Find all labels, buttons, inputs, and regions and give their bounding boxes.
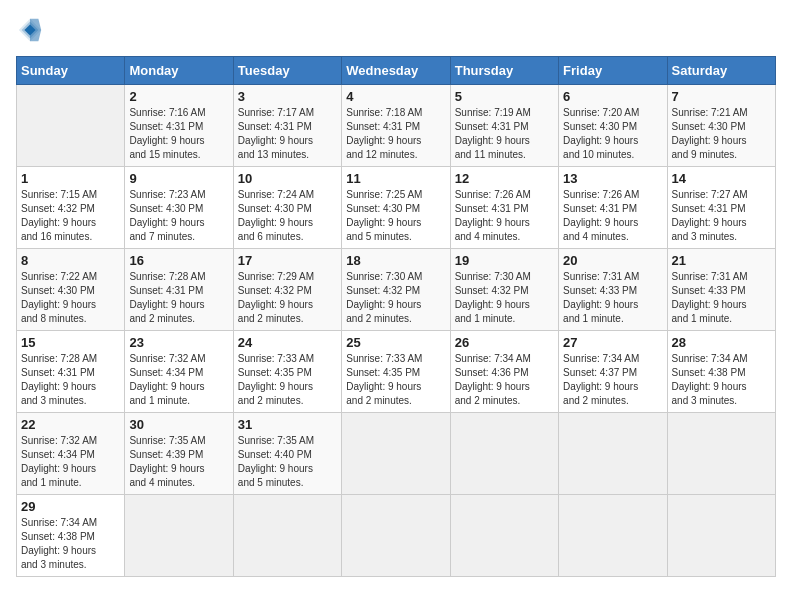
- calendar-day-cell: 11Sunrise: 7:25 AM Sunset: 4:30 PM Dayli…: [342, 167, 450, 249]
- day-info: Sunrise: 7:26 AM Sunset: 4:31 PM Dayligh…: [455, 188, 554, 244]
- calendar-day-cell: [667, 413, 775, 495]
- calendar-day-cell: 26Sunrise: 7:34 AM Sunset: 4:36 PM Dayli…: [450, 331, 558, 413]
- calendar-day-cell: 7Sunrise: 7:21 AM Sunset: 4:30 PM Daylig…: [667, 85, 775, 167]
- calendar-day-cell: [667, 495, 775, 577]
- day-info: Sunrise: 7:25 AM Sunset: 4:30 PM Dayligh…: [346, 188, 445, 244]
- day-number: 17: [238, 253, 337, 268]
- day-info: Sunrise: 7:31 AM Sunset: 4:33 PM Dayligh…: [563, 270, 662, 326]
- calendar-day-cell: 3Sunrise: 7:17 AM Sunset: 4:31 PM Daylig…: [233, 85, 341, 167]
- day-number: 18: [346, 253, 445, 268]
- weekday-header: Tuesday: [233, 57, 341, 85]
- calendar-week-row: 22Sunrise: 7:32 AM Sunset: 4:34 PM Dayli…: [17, 413, 776, 495]
- day-number: 15: [21, 335, 120, 350]
- calendar-day-cell: 23Sunrise: 7:32 AM Sunset: 4:34 PM Dayli…: [125, 331, 233, 413]
- calendar-day-cell: 19Sunrise: 7:30 AM Sunset: 4:32 PM Dayli…: [450, 249, 558, 331]
- calendar-day-cell: 8Sunrise: 7:22 AM Sunset: 4:30 PM Daylig…: [17, 249, 125, 331]
- calendar-day-cell: [559, 413, 667, 495]
- calendar-day-cell: [450, 495, 558, 577]
- calendar-day-cell: [450, 413, 558, 495]
- day-number: 19: [455, 253, 554, 268]
- calendar-day-cell: [342, 413, 450, 495]
- day-info: Sunrise: 7:35 AM Sunset: 4:40 PM Dayligh…: [238, 434, 337, 490]
- day-info: Sunrise: 7:30 AM Sunset: 4:32 PM Dayligh…: [455, 270, 554, 326]
- calendar-day-cell: 30Sunrise: 7:35 AM Sunset: 4:39 PM Dayli…: [125, 413, 233, 495]
- day-info: Sunrise: 7:26 AM Sunset: 4:31 PM Dayligh…: [563, 188, 662, 244]
- calendar-week-row: 8Sunrise: 7:22 AM Sunset: 4:30 PM Daylig…: [17, 249, 776, 331]
- day-number: 28: [672, 335, 771, 350]
- weekday-header: Wednesday: [342, 57, 450, 85]
- calendar-week-row: 2Sunrise: 7:16 AM Sunset: 4:31 PM Daylig…: [17, 85, 776, 167]
- logo: [16, 16, 48, 44]
- calendar-day-cell: 20Sunrise: 7:31 AM Sunset: 4:33 PM Dayli…: [559, 249, 667, 331]
- day-number: 29: [21, 499, 120, 514]
- day-info: Sunrise: 7:19 AM Sunset: 4:31 PM Dayligh…: [455, 106, 554, 162]
- day-info: Sunrise: 7:23 AM Sunset: 4:30 PM Dayligh…: [129, 188, 228, 244]
- day-number: 30: [129, 417, 228, 432]
- calendar-day-cell: 18Sunrise: 7:30 AM Sunset: 4:32 PM Dayli…: [342, 249, 450, 331]
- day-number: 14: [672, 171, 771, 186]
- calendar-day-cell: [17, 85, 125, 167]
- calendar-day-cell: [233, 495, 341, 577]
- calendar-day-cell: 31Sunrise: 7:35 AM Sunset: 4:40 PM Dayli…: [233, 413, 341, 495]
- day-info: Sunrise: 7:33 AM Sunset: 4:35 PM Dayligh…: [346, 352, 445, 408]
- calendar-day-cell: 27Sunrise: 7:34 AM Sunset: 4:37 PM Dayli…: [559, 331, 667, 413]
- calendar-day-cell: 22Sunrise: 7:32 AM Sunset: 4:34 PM Dayli…: [17, 413, 125, 495]
- day-number: 27: [563, 335, 662, 350]
- calendar-day-cell: 14Sunrise: 7:27 AM Sunset: 4:31 PM Dayli…: [667, 167, 775, 249]
- day-info: Sunrise: 7:28 AM Sunset: 4:31 PM Dayligh…: [129, 270, 228, 326]
- calendar-day-cell: 1Sunrise: 7:15 AM Sunset: 4:32 PM Daylig…: [17, 167, 125, 249]
- day-info: Sunrise: 7:20 AM Sunset: 4:30 PM Dayligh…: [563, 106, 662, 162]
- calendar-day-cell: 10Sunrise: 7:24 AM Sunset: 4:30 PM Dayli…: [233, 167, 341, 249]
- calendar-day-cell: 12Sunrise: 7:26 AM Sunset: 4:31 PM Dayli…: [450, 167, 558, 249]
- day-info: Sunrise: 7:35 AM Sunset: 4:39 PM Dayligh…: [129, 434, 228, 490]
- day-number: 13: [563, 171, 662, 186]
- calendar-week-row: 1Sunrise: 7:15 AM Sunset: 4:32 PM Daylig…: [17, 167, 776, 249]
- weekday-header: Monday: [125, 57, 233, 85]
- calendar-day-cell: 17Sunrise: 7:29 AM Sunset: 4:32 PM Dayli…: [233, 249, 341, 331]
- calendar-table: SundayMondayTuesdayWednesdayThursdayFrid…: [16, 56, 776, 577]
- day-info: Sunrise: 7:34 AM Sunset: 4:36 PM Dayligh…: [455, 352, 554, 408]
- day-info: Sunrise: 7:21 AM Sunset: 4:30 PM Dayligh…: [672, 106, 771, 162]
- day-info: Sunrise: 7:17 AM Sunset: 4:31 PM Dayligh…: [238, 106, 337, 162]
- day-number: 7: [672, 89, 771, 104]
- weekday-header: Thursday: [450, 57, 558, 85]
- calendar-day-cell: 16Sunrise: 7:28 AM Sunset: 4:31 PM Dayli…: [125, 249, 233, 331]
- day-number: 25: [346, 335, 445, 350]
- day-info: Sunrise: 7:31 AM Sunset: 4:33 PM Dayligh…: [672, 270, 771, 326]
- logo-icon: [16, 16, 44, 44]
- day-info: Sunrise: 7:30 AM Sunset: 4:32 PM Dayligh…: [346, 270, 445, 326]
- day-info: Sunrise: 7:22 AM Sunset: 4:30 PM Dayligh…: [21, 270, 120, 326]
- day-info: Sunrise: 7:34 AM Sunset: 4:37 PM Dayligh…: [563, 352, 662, 408]
- day-number: 26: [455, 335, 554, 350]
- day-info: Sunrise: 7:18 AM Sunset: 4:31 PM Dayligh…: [346, 106, 445, 162]
- day-info: Sunrise: 7:32 AM Sunset: 4:34 PM Dayligh…: [129, 352, 228, 408]
- calendar-day-cell: 13Sunrise: 7:26 AM Sunset: 4:31 PM Dayli…: [559, 167, 667, 249]
- day-info: Sunrise: 7:28 AM Sunset: 4:31 PM Dayligh…: [21, 352, 120, 408]
- day-number: 21: [672, 253, 771, 268]
- calendar-day-cell: 21Sunrise: 7:31 AM Sunset: 4:33 PM Dayli…: [667, 249, 775, 331]
- calendar-week-row: 29Sunrise: 7:34 AM Sunset: 4:38 PM Dayli…: [17, 495, 776, 577]
- calendar-day-cell: 4Sunrise: 7:18 AM Sunset: 4:31 PM Daylig…: [342, 85, 450, 167]
- day-number: 11: [346, 171, 445, 186]
- day-info: Sunrise: 7:15 AM Sunset: 4:32 PM Dayligh…: [21, 188, 120, 244]
- calendar-day-cell: [559, 495, 667, 577]
- day-number: 24: [238, 335, 337, 350]
- day-number: 6: [563, 89, 662, 104]
- calendar-day-cell: 6Sunrise: 7:20 AM Sunset: 4:30 PM Daylig…: [559, 85, 667, 167]
- calendar-day-cell: 5Sunrise: 7:19 AM Sunset: 4:31 PM Daylig…: [450, 85, 558, 167]
- day-number: 9: [129, 171, 228, 186]
- calendar-day-cell: 29Sunrise: 7:34 AM Sunset: 4:38 PM Dayli…: [17, 495, 125, 577]
- day-number: 16: [129, 253, 228, 268]
- day-info: Sunrise: 7:16 AM Sunset: 4:31 PM Dayligh…: [129, 106, 228, 162]
- day-info: Sunrise: 7:29 AM Sunset: 4:32 PM Dayligh…: [238, 270, 337, 326]
- day-number: 31: [238, 417, 337, 432]
- weekday-header: Sunday: [17, 57, 125, 85]
- calendar-day-cell: [342, 495, 450, 577]
- day-info: Sunrise: 7:24 AM Sunset: 4:30 PM Dayligh…: [238, 188, 337, 244]
- day-info: Sunrise: 7:34 AM Sunset: 4:38 PM Dayligh…: [21, 516, 120, 572]
- day-number: 22: [21, 417, 120, 432]
- day-number: 10: [238, 171, 337, 186]
- day-number: 2: [129, 89, 228, 104]
- calendar-day-cell: 28Sunrise: 7:34 AM Sunset: 4:38 PM Dayli…: [667, 331, 775, 413]
- calendar-day-cell: 9Sunrise: 7:23 AM Sunset: 4:30 PM Daylig…: [125, 167, 233, 249]
